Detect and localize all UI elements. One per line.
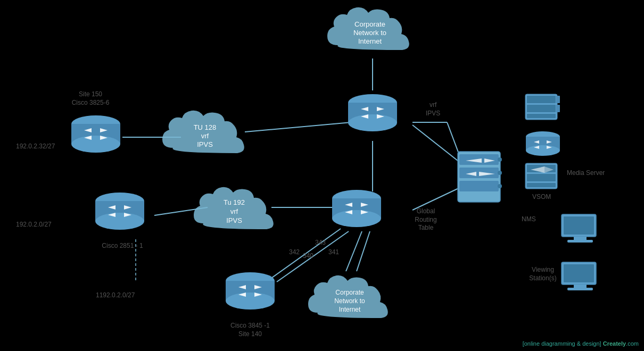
svg-point-96 xyxy=(498,157,502,162)
svg-point-66 xyxy=(95,213,144,230)
svg-line-37 xyxy=(346,231,362,271)
svg-text:IPVS: IPVS xyxy=(226,216,242,224)
label-343: 343 xyxy=(315,239,326,247)
svg-rect-102 xyxy=(527,114,556,118)
svg-line-38 xyxy=(357,231,370,271)
label-site150: Site 150Cisco 3825-6 xyxy=(59,90,122,107)
cloud-tu192: Tu 192 vrf IPVS xyxy=(192,183,277,234)
legend-icon-2 xyxy=(524,130,562,160)
svg-rect-101 xyxy=(527,105,556,112)
cloud-tu128: TU 128 vrf IPVS xyxy=(160,106,250,160)
icon-nms-computer xyxy=(559,213,607,250)
svg-rect-104 xyxy=(556,105,560,112)
label-340: 340 xyxy=(303,252,313,261)
svg-text:vrf: vrf xyxy=(230,207,238,215)
svg-rect-120 xyxy=(574,237,587,240)
icon-viewing-station-computer xyxy=(559,261,607,298)
label-ip2: 192.0.2.0/27 xyxy=(16,221,52,229)
svg-rect-100 xyxy=(527,96,556,103)
svg-rect-121 xyxy=(567,240,593,243)
label-nms: NMS xyxy=(522,215,536,224)
svg-text:Tu 192: Tu 192 xyxy=(224,198,245,206)
svg-line-28 xyxy=(245,122,351,132)
legend-icon-1 xyxy=(524,93,562,122)
svg-rect-103 xyxy=(556,96,560,103)
svg-point-80 xyxy=(226,292,275,310)
label-cisco2851: Cisco 2851 - 1 xyxy=(88,242,157,250)
svg-text:Network to: Network to xyxy=(334,297,365,305)
router-cisco2851 xyxy=(93,191,146,239)
svg-point-107 xyxy=(526,145,560,156)
svg-text:Internet: Internet xyxy=(358,37,382,45)
label-viewing-station: ViewingStation(s) xyxy=(524,266,562,282)
svg-point-46 xyxy=(348,114,397,131)
router-site150 xyxy=(69,114,122,162)
label-341: 341 xyxy=(328,248,339,257)
svg-rect-119 xyxy=(564,216,594,235)
cloud-corporate-internet-bottom: Corporate Network to Internet xyxy=(306,271,394,324)
branding: [online diagramming & design] Creately.c… xyxy=(523,340,639,347)
device-vsom xyxy=(455,149,508,207)
svg-text:IPVS: IPVS xyxy=(197,140,213,148)
svg-text:Network to: Network to xyxy=(353,29,386,37)
label-cisco3845: Cisco 3845 -1Site 140 xyxy=(213,322,287,338)
svg-rect-114 xyxy=(527,174,556,181)
cloud-corporate-internet-top: Corporate Network to Internet xyxy=(325,5,415,59)
label-ip3: 1192.0.2.0/27 xyxy=(96,291,135,300)
svg-text:Corporate: Corporate xyxy=(335,289,364,296)
router-top-central xyxy=(346,93,399,141)
network-diagram: Corporate Network to Internet vrfIPVS TU… xyxy=(0,0,644,351)
router-bottom-central xyxy=(330,189,383,237)
svg-point-98 xyxy=(498,184,502,188)
label-media-server: Media Server xyxy=(567,169,605,178)
router-cisco3845 xyxy=(224,271,277,319)
label-342: 342 xyxy=(289,248,300,257)
svg-text:TU 128: TU 128 xyxy=(194,123,217,131)
label-global-routing: GlobalRoutingTable xyxy=(402,207,450,232)
svg-point-97 xyxy=(498,171,502,175)
label-vrf-ipvs-top: vrfIPVS xyxy=(426,101,440,118)
svg-rect-123 xyxy=(564,264,594,282)
svg-rect-115 xyxy=(527,183,556,187)
svg-rect-125 xyxy=(567,288,593,290)
legend-icon-media-server xyxy=(524,162,562,191)
svg-point-56 xyxy=(71,136,120,153)
label-vsom: VSOM xyxy=(532,193,551,202)
svg-text:Internet: Internet xyxy=(339,306,361,313)
svg-rect-91 xyxy=(459,181,499,191)
label-ip1: 192.0.2.32/27 xyxy=(16,143,55,151)
svg-text:Corporate: Corporate xyxy=(354,20,385,28)
svg-rect-124 xyxy=(574,285,587,288)
svg-text:vrf: vrf xyxy=(201,132,209,140)
svg-point-73 xyxy=(332,210,381,227)
